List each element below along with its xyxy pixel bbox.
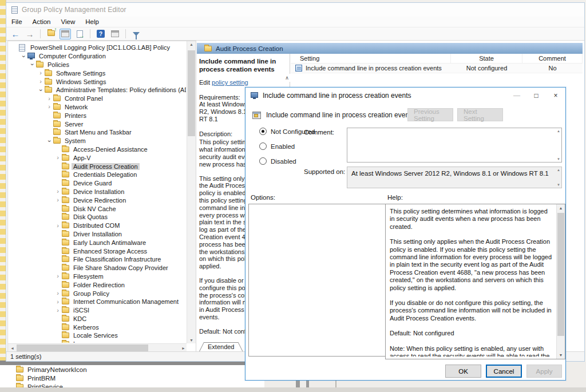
collapse-description-button[interactable]: ∧ (283, 74, 291, 82)
chevron-collapsed-icon[interactable]: › (54, 307, 62, 314)
help-paragraph: This setting only applies when the Audit… (390, 238, 553, 292)
tree-item[interactable]: ›Distributed COM (9, 221, 186, 230)
tree-item[interactable]: Access-Denied Assistance (9, 145, 186, 154)
menu-help[interactable]: Help (80, 18, 104, 26)
tree-item[interactable]: ›Device Redirection (9, 196, 186, 204)
tree-item[interactable]: PowerShell Logging Policy [DC1.LOG.LAB] … (9, 43, 186, 52)
tree-item[interactable]: ›Filesystem (9, 272, 186, 281)
tree-item[interactable]: Device Guard (9, 179, 186, 188)
column-setting[interactable]: Setting (291, 54, 451, 63)
apply-button[interactable]: Apply (526, 365, 562, 378)
window-titlebar[interactable]: Group Policy Management Editor (6, 3, 584, 17)
chevron-expanded-icon[interactable]: › (21, 52, 27, 60)
back-button[interactable]: ← (10, 29, 21, 39)
tree-item[interactable]: Server (9, 120, 186, 128)
tree-item[interactable]: File Classification Infrastructure (9, 255, 186, 264)
chevron-collapsed-icon[interactable]: › (54, 273, 62, 279)
tree-item[interactable]: Logon (9, 340, 186, 343)
chevron-collapsed-icon[interactable]: › (54, 299, 62, 305)
tree-item[interactable]: Credentials Delegation (9, 171, 186, 179)
forward-button[interactable]: → (24, 29, 35, 39)
tree-item[interactable]: ›Network (9, 103, 186, 112)
properties-button[interactable] (109, 29, 121, 39)
radio-button-icon[interactable] (259, 157, 267, 165)
tree-item[interactable]: Start Menu and Taskbar (9, 128, 186, 137)
scrollbar-thumb[interactable] (557, 213, 564, 336)
chevron-collapsed-icon[interactable]: › (45, 104, 53, 110)
radio-button-icon[interactable] (259, 128, 267, 135)
chevron-expanded-icon[interactable]: › (29, 61, 35, 69)
tree-item[interactable]: Audit Process Creation (9, 162, 186, 171)
previous-setting-button[interactable]: Previous Setting (407, 108, 453, 121)
tree-item[interactable]: Early Launch Antimalware (9, 238, 186, 247)
scroll-up-icon[interactable]: ▲ (187, 42, 196, 46)
tree-item[interactable]: ›Internet Communication Management (9, 298, 186, 306)
tree-item[interactable]: ›System (9, 137, 186, 145)
tree-item[interactable]: ›Device Installation (9, 188, 186, 196)
tree-horizontal-scrollbar[interactable]: ◄ ► (8, 343, 187, 352)
chevron-collapsed-icon[interactable]: › (54, 197, 62, 203)
scrollbar-thumb[interactable] (188, 50, 195, 136)
menu-view[interactable]: View (56, 18, 81, 26)
export-list-button[interactable]: → (74, 29, 85, 39)
tree-item[interactable]: ›Administrative Templates: Policy defini… (9, 86, 186, 94)
tree-item[interactable]: ›Policies (9, 61, 186, 69)
tree-item[interactable]: ›Windows Settings (9, 77, 186, 86)
tree-item[interactable]: Locale Services (9, 331, 186, 340)
filter-button[interactable] (130, 29, 142, 39)
tree-item[interactable]: KDC (9, 315, 186, 323)
tree-item[interactable]: Disk NV Cache (9, 204, 186, 213)
chevron-collapsed-icon[interactable]: › (37, 78, 45, 85)
scroll-down-icon[interactable]: ▼ (557, 157, 560, 161)
radio-disabled[interactable]: Disabled (259, 157, 315, 165)
tree-item[interactable]: ›Computer Configuration (9, 52, 186, 61)
scroll-left-icon[interactable]: ◄ (8, 346, 17, 350)
chevron-expanded-icon[interactable]: › (38, 86, 44, 94)
tree-item[interactable]: Driver Installation (9, 230, 186, 239)
tree-item[interactable]: Enhanced Storage Access (9, 247, 186, 255)
scroll-down-icon[interactable]: ▼ (557, 353, 565, 357)
tree-item[interactable]: ›Group Policy (9, 289, 186, 298)
chevron-collapsed-icon[interactable]: › (45, 96, 53, 102)
column-state[interactable]: State (451, 54, 522, 63)
chevron-collapsed-icon[interactable]: › (54, 290, 62, 296)
radio-button-icon[interactable] (259, 142, 267, 150)
menu-action[interactable]: Action (27, 18, 56, 26)
radio-enabled[interactable]: Enabled (259, 142, 315, 150)
up-one-level-button[interactable]: ↑ (45, 29, 57, 39)
help-scrollbar[interactable]: ▲ ▼ (556, 204, 565, 359)
chevron-collapsed-icon[interactable]: › (54, 223, 62, 229)
tree-item[interactable]: File Share Shadow Copy Provider (9, 264, 186, 272)
next-setting-button[interactable]: Next Setting (457, 108, 503, 121)
folder-icon (62, 231, 69, 237)
comment-textarea[interactable]: ▲ ▼ (347, 128, 562, 163)
tree-vertical-scrollbar[interactable]: ▲ ▼ (187, 41, 196, 343)
tree-item[interactable]: Printers (9, 111, 186, 120)
scroll-right-icon[interactable]: ► (181, 346, 185, 350)
ok-button[interactable]: OK (445, 365, 481, 378)
tree-item[interactable]: Folder Redirection (9, 280, 186, 289)
tree-item[interactable]: Disk Quotas (9, 213, 186, 221)
chevron-expanded-icon[interactable]: › (46, 137, 53, 145)
tree-item[interactable]: ›iSCSI (9, 306, 186, 315)
minimize-button[interactable]: — (507, 88, 526, 104)
scroll-up-icon[interactable]: ▲ (557, 129, 560, 133)
menu-file[interactable]: File (6, 18, 27, 26)
column-comment[interactable]: Comment (522, 54, 583, 63)
tree-item[interactable]: ›App-V (9, 153, 186, 162)
close-button[interactable]: × (546, 88, 565, 104)
tree-item[interactable]: ›Control Panel (9, 94, 186, 103)
policy-setting-link[interactable]: policy setting (212, 79, 248, 86)
scroll-up-icon[interactable]: ▲ (557, 206, 565, 210)
cancel-button[interactable]: Cancel (486, 365, 522, 378)
tree-item[interactable]: Kerberos (9, 323, 186, 331)
tree-item[interactable]: ›Software Settings (9, 69, 186, 77)
scroll-down-icon[interactable]: ▼ (187, 338, 196, 342)
chevron-collapsed-icon[interactable]: › (37, 70, 45, 76)
chevron-collapsed-icon[interactable]: › (54, 188, 62, 195)
setting-row[interactable]: Include command line in process creation… (291, 64, 583, 73)
maximize-button[interactable]: □ (526, 88, 546, 104)
chevron-collapsed-icon[interactable]: › (54, 155, 62, 161)
help-button[interactable]: ? (95, 29, 106, 39)
show-console-tree-button[interactable] (60, 29, 71, 39)
